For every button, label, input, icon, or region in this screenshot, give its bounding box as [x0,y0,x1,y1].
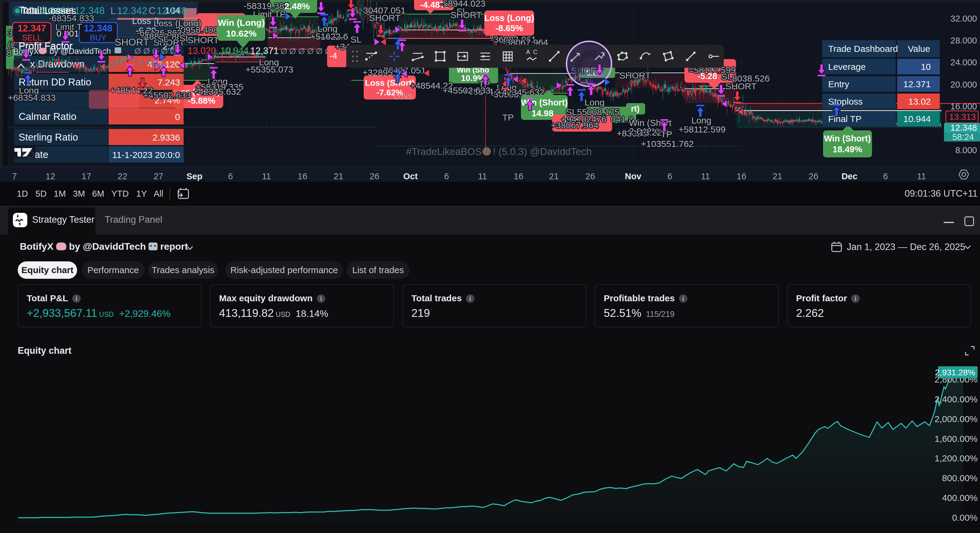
svg-text:SL: SL [158,34,169,44]
svg-text:Value: Value [908,44,930,54]
svg-text:TP: TP [502,113,514,122]
svg-text:Nov: Nov [625,171,641,181]
svg-text:12.342: 12.342 [117,5,147,16]
svg-text:18.49%: 18.49% [833,144,862,154]
svg-text:28.000: 28.000 [950,36,977,45]
svg-text:+68354.833: +68354.833 [8,93,56,103]
svg-text:26: 26 [370,171,379,181]
svg-text:2.9336: 2.9336 [153,133,180,143]
svg-text:Loss: Loss [393,91,412,101]
svg-text:+45502.633: +45502.633 [442,86,490,95]
svg-text:24.000: 24.000 [950,57,977,67]
svg-text:-5.88%: -5.88% [188,96,215,106]
svg-text:Ø Ø Ø Ø Ø Ø: Ø Ø Ø Ø Ø Ø [280,46,332,56]
svg-text:11-1-2023 20:0:0: 11-1-2023 20:0:0 [112,150,180,160]
svg-text:16.000: 16.000 [950,102,977,111]
svg-text:26: 26 [585,171,595,181]
svg-text:12.348: 12.348 [157,5,187,16]
svg-text:22: 22 [118,171,127,181]
svg-text:10.62%: 10.62% [226,29,256,38]
svg-text:13.02: 13.02 [908,97,931,106]
svg-text:SHORT: SHORT [115,36,149,48]
svg-text:+58112.599: +58112.599 [678,124,725,134]
svg-text:Long: Long [584,97,605,107]
svg-text:! (5.0.3) @DaviddTech: ! (5.0.3) @DaviddTech [493,146,592,157]
svg-text:12.371: 12.371 [903,79,931,89]
svg-text:C: C [533,49,538,55]
svg-text:Final TP: Final TP [828,114,861,124]
svg-text:27: 27 [154,171,163,181]
svg-text:6: 6 [667,171,672,181]
svg-text:x Drawdown: x Drawdown [30,59,84,70]
svg-text:58:24: 58:24 [952,132,974,142]
svg-text:Oct: Oct [403,171,418,181]
svg-text:A: A [526,49,530,55]
svg-text:10: 10 [921,62,931,71]
svg-text:SHORT: SHORT [369,13,400,23]
svg-text:10.944: 10.944 [903,114,931,124]
svg-text:12.347: 12.347 [18,23,46,33]
svg-text:20.000: 20.000 [950,80,977,89]
svg-text:17: 17 [82,171,91,181]
svg-text:-5.28: -5.28 [697,71,717,81]
svg-text:12: 12 [46,171,55,181]
svg-text:14.98: 14.98 [532,108,554,118]
svg-text:Calmar Ratio: Calmar Ratio [19,111,76,122]
svg-text:13.020: 13.020 [188,46,216,56]
svg-text:Dec: Dec [842,171,857,181]
svg-text:12.348: 12.348 [84,23,113,33]
svg-text:+38067.964: +38067.964 [550,120,598,130]
svg-text:3: 3 [8,28,13,38]
svg-text:Trade Dashboard: Trade Dashboard [828,44,898,54]
svg-text:26: 26 [809,171,818,181]
svg-text:6: 6 [883,171,888,181]
svg-text:8: 8 [6,48,12,57]
svg-text:+51622.6: +51622.6 [310,32,348,41]
svg-text:TP: TP [661,129,672,139]
svg-text:12.348: 12.348 [950,123,977,133]
svg-text:6: 6 [228,171,233,181]
svg-text:SHORT: SHORT [619,70,651,80]
svg-text:16: 16 [298,171,307,181]
svg-text:7.243: 7.243 [158,77,180,87]
svg-text:21: 21 [549,171,559,181]
svg-text:21: 21 [334,171,343,181]
svg-text:7: 7 [12,171,17,181]
svg-text:SHORT: SHORT [725,81,756,91]
svg-text:+103551.762: +103551.762 [641,139,694,149]
svg-text:Sterling Ratio: Sterling Ratio [19,132,78,143]
svg-text:-4: -4 [329,51,337,60]
svg-text:L: L [110,5,116,16]
svg-text:0: 0 [175,112,180,122]
svg-text:Entry: Entry [828,79,849,89]
svg-text:SL: SL [350,35,361,44]
svg-text:13.313: 13.313 [949,112,976,122]
svg-text:32.000: 32.000 [950,14,977,24]
svg-text:+55355.073: +55355.073 [245,65,293,75]
svg-text:C: C [148,5,156,16]
svg-text:11: 11 [262,171,271,181]
svg-text:+42345.632: +42345.632 [193,87,241,97]
svg-text:Loss (Short): Loss (Short) [365,78,415,87]
svg-text:11: 11 [701,171,710,181]
svg-text:-8.65%: -8.65% [495,24,523,33]
svg-text:SHORT: SHORT [450,10,482,20]
svg-text:Loss (Long): Loss (Long) [484,13,534,23]
svg-text:Leverage: Leverage [828,62,865,71]
svg-text:Win (Long): Win (Long) [218,18,265,28]
svg-text:11: 11 [478,171,487,181]
svg-text:16: 16 [514,171,523,181]
svg-text:10.944: 10.944 [220,46,249,56]
svg-text:#TradeLikeaBOS: #TradeLikeaBOS [406,146,482,157]
svg-text:21: 21 [773,171,782,181]
svg-text:rt): rt) [631,104,640,113]
svg-text:Win (Short): Win (Short) [824,134,871,143]
svg-text:11: 11 [917,171,926,181]
svg-text:12.371: 12.371 [250,46,279,56]
svg-text:16: 16 [737,171,746,181]
svg-text:BUY: BUY [90,33,107,42]
svg-text:SHORT: SHORT [188,35,219,45]
svg-text:6: 6 [444,171,449,181]
svg-text:Sep: Sep [186,171,202,181]
svg-text:8.000: 8.000 [955,145,977,155]
